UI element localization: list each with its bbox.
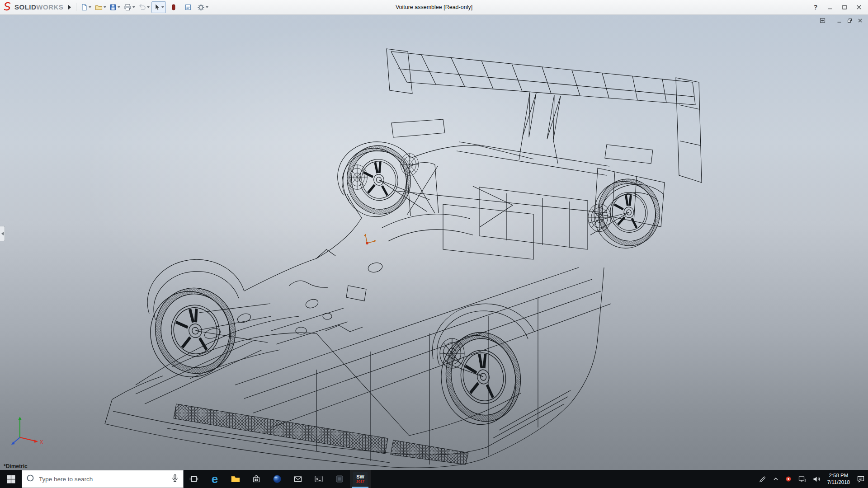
hidden-icons-button[interactable] bbox=[769, 470, 782, 488]
clock-time: 2:58 PM bbox=[829, 472, 848, 479]
file-properties-button[interactable] bbox=[181, 2, 195, 13]
tray-red-badge-button[interactable] bbox=[782, 470, 795, 488]
solidworks-logo[interactable]: SOLIDWORKS bbox=[3, 1, 63, 13]
network-icon bbox=[798, 475, 806, 483]
brake-disc bbox=[401, 154, 419, 175]
document-title: Voiture assemblee [Read-only] bbox=[396, 0, 472, 14]
close-button[interactable] bbox=[853, 2, 865, 12]
microphone-icon[interactable] bbox=[171, 474, 179, 484]
pen-workspace-button[interactable] bbox=[755, 470, 769, 488]
orientation-triad: X bbox=[9, 414, 45, 449]
chevron-left-icon bbox=[1, 232, 4, 235]
save-icon bbox=[109, 4, 117, 11]
3d-scene-canvas[interactable] bbox=[0, 14, 868, 470]
store-icon bbox=[252, 474, 261, 483]
select-icon bbox=[154, 4, 160, 11]
restore-window-icon[interactable] bbox=[845, 16, 854, 24]
browser-sphere-icon bbox=[273, 474, 282, 483]
undo-icon bbox=[138, 4, 146, 11]
volume-button[interactable] bbox=[809, 470, 824, 488]
network-button[interactable] bbox=[795, 470, 809, 488]
chevron-up-icon bbox=[773, 476, 779, 482]
brand-text-secondary: WORKS bbox=[36, 3, 63, 11]
maximize-button[interactable] bbox=[838, 2, 851, 12]
options-icon bbox=[197, 4, 205, 11]
minimize-window-icon[interactable] bbox=[835, 16, 844, 24]
file-explorer-icon bbox=[231, 474, 241, 483]
window-controls: ? bbox=[809, 2, 865, 12]
windows-logo-icon bbox=[7, 475, 15, 483]
file-explorer-button[interactable] bbox=[225, 470, 246, 488]
graphics-viewport[interactable]: X *Dimetric bbox=[0, 14, 868, 470]
command-prompt-button[interactable] bbox=[308, 470, 329, 488]
windows-taskbar: e bbox=[0, 470, 868, 488]
dark-app-button[interactable] bbox=[329, 470, 350, 488]
store-button[interactable] bbox=[246, 470, 267, 488]
browser-sphere-button[interactable] bbox=[267, 470, 288, 488]
titlebar: SOLIDWORKS bbox=[0, 0, 868, 15]
car-wireframe-model[interactable] bbox=[105, 49, 702, 468]
document-window-controls bbox=[818, 16, 864, 24]
command-prompt-icon bbox=[314, 474, 323, 483]
minimize-button[interactable] bbox=[824, 2, 836, 12]
taskbar-clock[interactable]: 2:58 PM 7/11/2018 bbox=[824, 470, 854, 488]
wheel-rear-right[interactable] bbox=[589, 174, 665, 253]
solidworks-2017-button[interactable]: SW 2017 bbox=[350, 470, 371, 488]
brand-text-primary: SOLID bbox=[14, 3, 36, 11]
options-button[interactable] bbox=[196, 2, 209, 13]
dark-app-icon bbox=[335, 474, 344, 483]
solidworks-2017-icon: SW 2017 bbox=[353, 472, 368, 486]
toolbar-separator bbox=[76, 3, 76, 11]
solidworks-window: SOLIDWORKS bbox=[0, 0, 868, 488]
action-center-icon bbox=[857, 475, 865, 483]
brake-disc bbox=[588, 204, 611, 232]
open-button[interactable] bbox=[94, 2, 107, 13]
new-document-button[interactable] bbox=[79, 2, 93, 13]
print-icon bbox=[124, 4, 132, 11]
mail-button[interactable] bbox=[288, 470, 308, 488]
search-input[interactable] bbox=[38, 475, 167, 483]
start-button[interactable] bbox=[0, 470, 22, 488]
tray-red-badge-icon bbox=[785, 476, 792, 482]
search-icon bbox=[26, 474, 34, 484]
select-tool-button[interactable] bbox=[151, 1, 166, 13]
open-icon bbox=[95, 4, 103, 11]
volume-icon bbox=[812, 475, 821, 483]
dock-window-icon[interactable] bbox=[818, 16, 827, 24]
edge-button[interactable]: e bbox=[204, 470, 225, 488]
assembly-origin-marker[interactable] bbox=[364, 234, 376, 244]
xpress-products-button[interactable] bbox=[167, 2, 180, 13]
task-view-button[interactable] bbox=[184, 470, 204, 488]
edge-icon: e bbox=[212, 473, 218, 485]
solidworks-logo-icon bbox=[3, 1, 13, 13]
undo-button[interactable] bbox=[137, 2, 151, 13]
clock-date: 7/11/2018 bbox=[827, 479, 850, 486]
triad-x-label: X bbox=[40, 439, 43, 445]
help-button[interactable]: ? bbox=[809, 2, 822, 12]
file-properties-icon bbox=[184, 4, 192, 11]
print-button[interactable] bbox=[123, 2, 136, 13]
wheel-front-right[interactable] bbox=[434, 326, 528, 430]
brake-disc bbox=[347, 165, 368, 190]
mail-icon bbox=[293, 474, 302, 483]
brake-disc bbox=[440, 338, 464, 368]
action-center-button[interactable] bbox=[854, 470, 868, 488]
save-button[interactable] bbox=[108, 2, 122, 13]
feature-panel-collapse-tab[interactable] bbox=[0, 226, 5, 241]
xpress-products-icon bbox=[171, 4, 176, 11]
taskbar-search[interactable] bbox=[22, 470, 184, 488]
new-document-icon bbox=[80, 4, 88, 11]
close-window-icon[interactable] bbox=[855, 16, 864, 24]
menu-expand-arrow-icon[interactable] bbox=[66, 2, 73, 12]
system-tray: 2:58 PM 7/11/2018 bbox=[755, 470, 868, 488]
pen-icon bbox=[759, 475, 766, 483]
view-orientation-label: *Dimetric bbox=[4, 463, 28, 469]
task-view-icon bbox=[189, 474, 198, 483]
